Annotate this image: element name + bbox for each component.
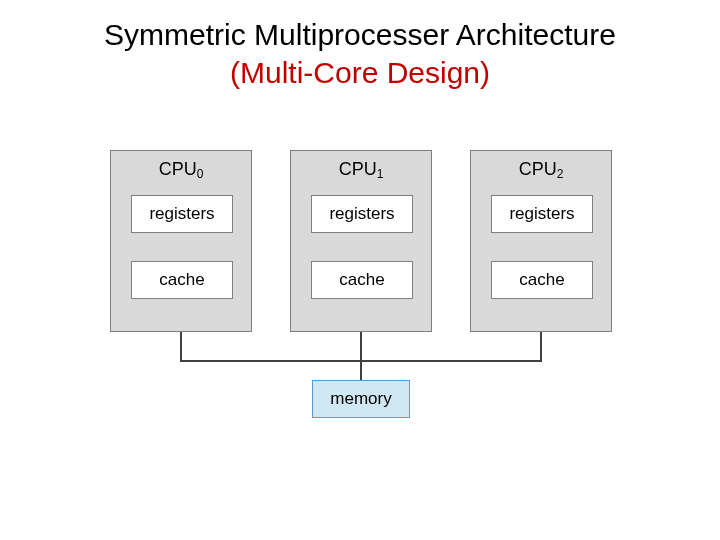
slide: Symmetric Multiprocesser Architecture (M… — [0, 0, 720, 540]
wire-cpu2 — [540, 332, 542, 362]
architecture-diagram: CPU0 registers cache CPU1 registers cach… — [0, 150, 720, 410]
cpu2-label: CPU2 — [471, 159, 611, 180]
cpu2-cache: cache — [491, 261, 593, 299]
wire-memory — [360, 360, 362, 380]
wire-cpu1 — [360, 332, 362, 362]
memory-block: memory — [312, 380, 410, 418]
cpu-block-2: CPU2 registers cache — [470, 150, 612, 332]
cpu1-label: CPU1 — [291, 159, 431, 180]
cpu-block-0: CPU0 registers cache — [110, 150, 252, 332]
wire-cpu0 — [180, 332, 182, 362]
cpu2-label-sub: 2 — [557, 167, 564, 181]
title-line2: (Multi-Core Design) — [230, 56, 490, 89]
title-line1: Symmetric Multiprocesser Architecture — [104, 18, 616, 51]
cpu0-label-sub: 0 — [197, 167, 204, 181]
cpu0-label: CPU0 — [111, 159, 251, 180]
cpu0-registers: registers — [131, 195, 233, 233]
cpu0-cache: cache — [131, 261, 233, 299]
cpu1-cache: cache — [311, 261, 413, 299]
cpu2-registers: registers — [491, 195, 593, 233]
cpu1-label-prefix: CPU — [339, 159, 377, 179]
cpu2-label-prefix: CPU — [519, 159, 557, 179]
page-title: Symmetric Multiprocesser Architecture (M… — [0, 16, 720, 91]
cpu-block-1: CPU1 registers cache — [290, 150, 432, 332]
cpu0-label-prefix: CPU — [159, 159, 197, 179]
cpu1-registers: registers — [311, 195, 413, 233]
cpu1-label-sub: 1 — [377, 167, 384, 181]
